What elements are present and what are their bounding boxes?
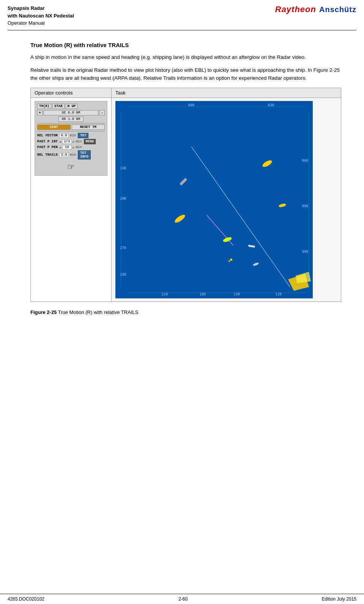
rel-vector-label: REL VECTOR [37, 134, 58, 137]
rr-display: RR 1.0 NM [58, 117, 84, 122]
svg-text:150: 150 [234, 292, 240, 296]
pp-per-unit: min [76, 145, 82, 149]
operator-controls-cell: TM(R) STAB N UP + [31, 98, 112, 302]
pp-per-value: 10 [62, 145, 72, 150]
pp-int-lt: ◁ [59, 140, 61, 144]
svg-text:030: 030 [268, 103, 274, 107]
svg-point-22 [278, 203, 286, 208]
panel-info-rows: REL VECTOR 6.0 min TGT PAST P INT ◁ 1/4 … [37, 133, 105, 159]
trails-row: REL TRAILS 3.0 min TGT INFO [37, 150, 105, 159]
cursor-icon: ☞ [68, 162, 74, 173]
svg-text:210: 210 [162, 292, 168, 296]
stab-button[interactable]: STAB [52, 104, 65, 109]
past-p-int-label: PAST P INT [37, 140, 58, 144]
tgt-button[interactable]: TGT [78, 133, 88, 138]
pp-int-gt: ▷ [73, 140, 75, 144]
menu-button[interactable]: MENU [84, 139, 96, 144]
pp-per-lt: ◁ [59, 146, 61, 149]
logo-block: Raytheon Anschütz [275, 5, 356, 14]
range-display: GE 6.0 NM [44, 110, 98, 115]
svg-point-19 [262, 159, 273, 168]
svg-text:330: 330 [120, 166, 126, 170]
figure-number: Figure 2-25 [30, 309, 57, 315]
panel-row-rr: RR 1.0 NM [37, 117, 105, 122]
svg-rect-23 [180, 178, 188, 186]
svg-text:060: 060 [302, 159, 308, 162]
footer-edition: Edition July 2015 [322, 596, 356, 602]
pp-int-value: 1/4 [62, 139, 72, 144]
tgt-info-button[interactable]: TGT INFO [78, 150, 91, 159]
past-p-per-row: PAST P PER ◁ 10 ▷ min [37, 145, 105, 150]
footer-doc: 4265.DOC020102 [8, 596, 44, 602]
footer-page: 2-60 [178, 596, 188, 602]
pp-int-unit: min [76, 140, 82, 144]
svg-point-28 [230, 259, 232, 261]
svg-text:000: 000 [188, 103, 194, 107]
anschutz-logo: Anschütz [319, 5, 356, 14]
paragraph-1: A ship in motion in the same speed and h… [30, 54, 341, 62]
panel-row-1: TM(R) STAB N UP [37, 104, 105, 109]
svg-marker-27 [296, 272, 311, 283]
vector-row: REL VECTOR 6.0 min TGT [37, 133, 105, 138]
panel-row-cent: CENT RESET TM [37, 125, 105, 130]
n-up-button[interactable]: N UP [66, 104, 78, 109]
pp-per-gt: ▷ [73, 146, 75, 149]
past-p-per-label: PAST P PER [37, 145, 58, 149]
cursor-area: ☞ [37, 162, 105, 173]
svg-text:200: 200 [120, 197, 126, 200]
panel-separator-1 [37, 123, 105, 123]
page-footer: 4265.DOC020102 2-60 Edition July 2015 [0, 594, 364, 604]
svg-text:990: 990 [302, 250, 308, 254]
reset-tm-button[interactable]: RESET TM [72, 125, 105, 130]
svg-text:270: 270 [120, 246, 126, 250]
raytheon-logo-text: Raytheon [275, 5, 316, 14]
svg-line-17 [191, 147, 290, 287]
paragraph-2: Relative trails is the original Radar me… [30, 66, 341, 82]
table-header-col1: Operator controls [31, 88, 112, 98]
vector-value: 6.0 [59, 133, 69, 138]
svg-point-25 [252, 262, 259, 267]
product-title-line1: Synapsis Radar [8, 5, 74, 12]
panel-separator-2 [37, 131, 105, 131]
svg-point-21 [222, 236, 232, 243]
svg-point-20 [173, 213, 186, 224]
radar-control-panel: TM(R) STAB N UP + [35, 101, 107, 176]
panel-row-range: + GE 6.0 NM - [37, 110, 105, 115]
header-title-block: Synapsis Radar with Nautoscan NX Pedesta… [8, 5, 74, 27]
section-title: True Motion (R) with relative TRAILS [30, 42, 341, 48]
page-header: Synapsis Radar with Nautoscan NX Pedesta… [0, 0, 364, 27]
table-header-col2: Task [112, 88, 341, 98]
svg-marker-26 [288, 274, 309, 291]
svg-text:240: 240 [120, 273, 126, 276]
tm-r-button[interactable]: TM(R) [37, 104, 51, 109]
trails-value: 3.0 [59, 153, 69, 157]
svg-point-29 [228, 260, 230, 262]
task-cell: 000 030 060 090 990 330 200 270 240 [112, 98, 341, 302]
radar-svg: 000 030 060 090 990 330 200 270 240 [115, 101, 313, 298]
raytheon-logo: Raytheon [275, 5, 316, 14]
figure-caption: Figure 2-25 True Motion (R) with relativ… [30, 309, 341, 315]
svg-line-18 [206, 215, 233, 245]
figure-caption-text: True Motion (R) with relative TRAILS [58, 309, 139, 315]
trails-unit: min [70, 153, 76, 157]
product-title-line3: Operator Manual [8, 19, 74, 27]
svg-rect-24 [248, 245, 255, 248]
product-title-line2: with Nautoscan NX Pedestal [8, 12, 74, 20]
minus-button[interactable]: - [99, 110, 105, 115]
trails-label: REL TRAILS [37, 153, 58, 157]
svg-text:180: 180 [200, 292, 206, 296]
plus-button[interactable]: + [37, 110, 43, 115]
radar-display: 000 030 060 090 990 330 200 270 240 [115, 101, 313, 298]
svg-text:120: 120 [276, 292, 282, 296]
main-content: True Motion (R) with relative TRAILS A s… [0, 30, 364, 334]
cent-button[interactable]: CENT [37, 125, 71, 130]
past-p-int-row: PAST P INT ◁ 1/4 ▷ min MENU [37, 139, 105, 144]
vector-unit: min [70, 134, 76, 137]
operator-table: Operator controls Task TM(R) STAB [30, 88, 341, 302]
svg-text:090: 090 [302, 204, 308, 208]
